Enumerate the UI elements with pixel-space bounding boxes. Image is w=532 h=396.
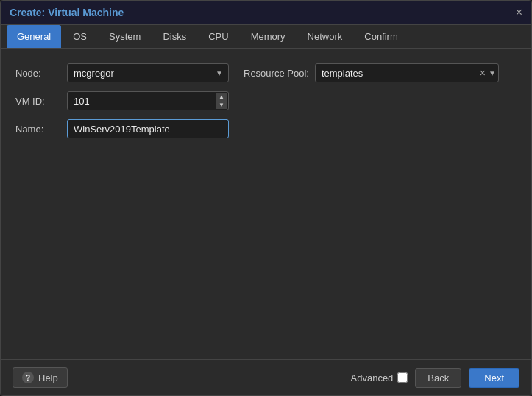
tab-os[interactable]: OS: [63, 25, 97, 48]
next-button[interactable]: Next: [469, 368, 519, 388]
tab-memory[interactable]: Memory: [241, 25, 296, 48]
footer-left: ? Help: [13, 367, 68, 388]
node-resource-row: Node: mcgregor ▼ Resource Pool: template…: [15, 63, 517, 82]
vmid-label: VM ID:: [15, 96, 67, 107]
vmid-spinner-wrapper: ▲ ▼: [67, 91, 229, 110]
tab-system[interactable]: System: [99, 25, 151, 48]
resource-pool-select[interactable]: templates: [315, 63, 499, 82]
back-button[interactable]: Back: [415, 368, 461, 388]
node-label: Node:: [15, 68, 67, 79]
help-icon: ?: [22, 372, 34, 383]
vmid-spinner-buttons: ▲ ▼: [216, 93, 227, 109]
node-select-wrapper: mcgregor ▼: [67, 63, 229, 82]
tab-network[interactable]: Network: [297, 25, 353, 48]
footer: ? Help Advanced Back Next: [1, 359, 531, 395]
tab-cpu[interactable]: CPU: [198, 25, 238, 48]
name-input[interactable]: [67, 119, 229, 138]
advanced-checkbox[interactable]: [397, 372, 408, 383]
name-row: Name:: [15, 119, 517, 138]
create-vm-dialog: Create: Virtual Machine × General OS Sys…: [0, 0, 532, 396]
form-content: Node: mcgregor ▼ Resource Pool: template…: [1, 49, 531, 359]
vmid-increment-button[interactable]: ▲: [216, 93, 227, 101]
resource-pool-clear-icon[interactable]: ×: [480, 67, 486, 79]
resource-pool-section: Resource Pool: templates × ▼: [244, 63, 499, 82]
advanced-text: Advanced: [351, 372, 394, 383]
title-bar: Create: Virtual Machine ×: [1, 1, 531, 25]
name-label: Name:: [15, 124, 67, 135]
resource-pool-label: Resource Pool:: [244, 68, 309, 79]
close-button[interactable]: ×: [516, 7, 522, 18]
help-label: Help: [38, 372, 58, 383]
tab-confirm[interactable]: Confirm: [354, 25, 408, 48]
help-button[interactable]: ? Help: [13, 367, 68, 388]
node-select[interactable]: mcgregor: [67, 63, 229, 82]
resource-pool-select-wrapper: templates × ▼: [315, 63, 499, 82]
vmid-input[interactable]: [67, 91, 229, 110]
tab-general[interactable]: General: [7, 25, 61, 48]
dialog-title: Create: Virtual Machine: [10, 7, 124, 18]
tab-disks[interactable]: Disks: [152, 25, 196, 48]
vmid-row: VM ID: ▲ ▼: [15, 91, 517, 110]
tab-bar: General OS System Disks CPU Memory Netwo…: [1, 25, 531, 49]
vmid-decrement-button[interactable]: ▼: [216, 101, 227, 109]
footer-right: Advanced Back Next: [351, 368, 519, 388]
advanced-label: Advanced: [351, 372, 408, 383]
